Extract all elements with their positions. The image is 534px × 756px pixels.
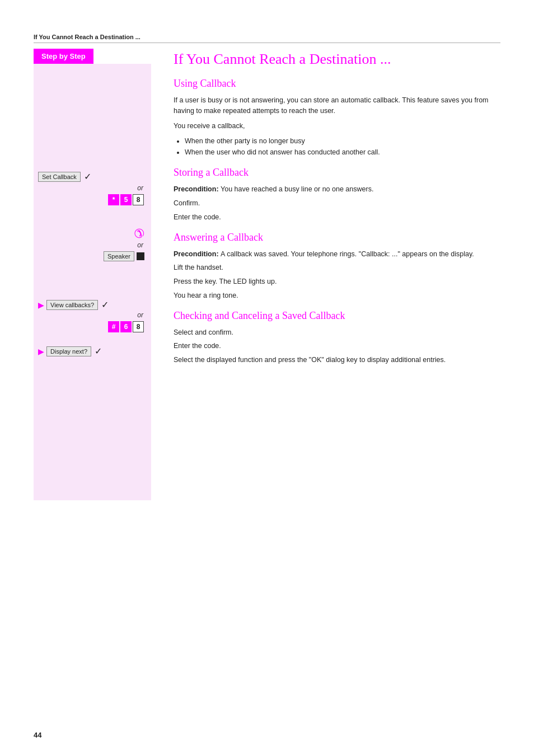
section2-precondition: Precondition: You have reached a busy li…	[174, 184, 500, 195]
main-title: If You Cannot Reach a Destination ...	[174, 51, 500, 68]
section1-body1: If a user is busy or is not answering, y…	[174, 95, 500, 116]
section2-title: Storing a Callback	[174, 167, 500, 179]
section3-action1: Lift the handset.	[174, 262, 500, 273]
speaker-row: Speaker	[38, 251, 147, 261]
section4-title: Checking and Canceling a Saved Callback	[174, 310, 500, 322]
section4-action1: Select and confirm.	[174, 327, 500, 338]
section-answering-callback: Answering a Callback Precondition: A cal…	[174, 232, 500, 301]
section1-bullets: When the other party is no longer busy W…	[185, 135, 500, 158]
section-using-callback: Using Callback If a user is busy or is n…	[174, 78, 500, 158]
set-callback-checkmark: ✓	[84, 171, 91, 182]
sidebar-inner: Set Callback ✓ or * 5 8 ✆	[34, 64, 151, 500]
or-label-2: or	[38, 241, 147, 249]
five-key: 5	[120, 194, 132, 205]
section3-action2: Press the key. The LED lights up.	[174, 276, 500, 287]
section3-title: Answering a Callback	[174, 232, 500, 243]
display-next-triangle: ▶	[38, 347, 44, 356]
display-next-checkmark: ✓	[95, 346, 102, 356]
section2-action1: Confirm.	[174, 198, 500, 209]
speaker-button[interactable]: Speaker	[104, 251, 134, 261]
header-section: If You Cannot Reach a Destination ...	[34, 34, 500, 43]
led-indicator	[137, 252, 144, 260]
keypad-star-5-8: * 5 8	[38, 194, 147, 205]
precondition-label-1: Precondition:	[174, 185, 221, 193]
section2-precondition-text: You have reached a busy line or no one a…	[221, 185, 373, 193]
display-next-button[interactable]: Display next?	[46, 346, 91, 356]
section2-action2: Enter the code.	[174, 212, 500, 223]
or-label-3: or	[38, 311, 147, 319]
view-callbacks-triangle: ▶	[38, 300, 44, 309]
section3-action3: You hear a ring tone.	[174, 290, 500, 301]
hash-key: #	[108, 321, 119, 332]
sidebar-top-space	[38, 69, 147, 170]
display-next-row: ▶ Display next? ✓	[38, 346, 147, 356]
view-callbacks-button[interactable]: View callbacks?	[46, 300, 98, 310]
keypad-hash-6-8: # 6 8	[38, 321, 147, 332]
breadcrumb: If You Cannot Reach a Destination ...	[34, 34, 500, 40]
section3-precondition-text: A callback was saved. Your telephone rin…	[221, 250, 474, 258]
section-checking-canceling: Checking and Canceling a Saved Callback …	[174, 310, 500, 365]
six-key: 6	[120, 321, 132, 332]
sidebar-mid-space	[38, 210, 147, 227]
section-storing-callback: Storing a Callback Precondition: You hav…	[174, 167, 500, 222]
view-callbacks-row: ▶ View callbacks? ✓	[38, 299, 147, 310]
header-divider	[34, 43, 500, 43]
page-number: 44	[34, 731, 41, 739]
eight-key: 8	[133, 194, 144, 205]
handset-icon: ✆	[134, 227, 144, 241]
step-by-step-badge: Step by Step	[34, 49, 151, 64]
main-layout: Step by Step Set Callback ✓ or * 5	[34, 49, 500, 500]
section4-action2: Enter the code.	[174, 341, 500, 351]
page-container: If You Cannot Reach a Destination ... St…	[0, 0, 534, 756]
precondition-label-2: Precondition:	[174, 250, 221, 258]
or-label-1: or	[38, 184, 147, 192]
set-callback-button[interactable]: Set Callback	[38, 172, 81, 182]
sidebar-mid-space2	[38, 266, 147, 299]
sidebar: Step by Step Set Callback ✓ or * 5	[34, 49, 151, 500]
content: If You Cannot Reach a Destination ... Us…	[151, 49, 500, 500]
section4-action3: Select the displayed function and press …	[174, 355, 500, 365]
set-callback-row: Set Callback ✓	[38, 170, 147, 183]
star-key: *	[108, 194, 119, 205]
small-spacer	[38, 337, 147, 346]
eight-key-2: 8	[133, 321, 144, 332]
section3-precondition: Precondition: A callback was saved. Your…	[174, 249, 500, 260]
section1-body2: You receive a callback,	[174, 121, 500, 132]
bullet-1: When the other party is no longer busy	[185, 135, 500, 147]
section1-title: Using Callback	[174, 78, 500, 90]
bullet-2: When the user who did not answer has con…	[185, 147, 500, 158]
view-callbacks-checkmark: ✓	[101, 299, 109, 310]
handset-icon-row: ✆	[38, 227, 147, 241]
